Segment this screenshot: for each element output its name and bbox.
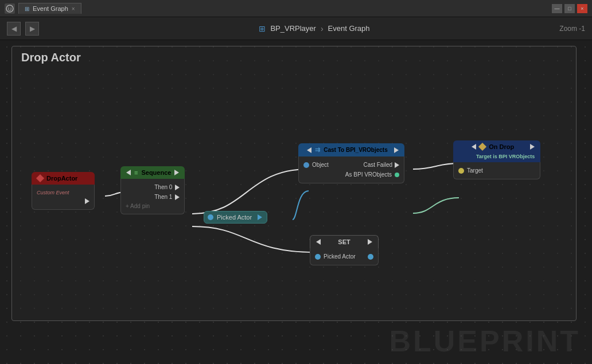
sequence-body: Then 0 Then 1 + Add pin [120,179,185,214]
then1-pin [175,194,180,200]
canvas-area[interactable]: Drop Actor DropActor Custom Event [0,40,592,364]
picked-actor-out-pin [258,214,262,220]
close-button[interactable]: × [577,4,587,13]
drop-actor-exec-out [32,197,94,206]
set-header: SET [310,235,379,248]
picked-actor-node[interactable]: Picked Actor [204,211,267,224]
title-bar-left: U ⊞ Event Graph × [5,3,81,14]
ondrop-target-pin: Target [454,166,540,175]
ondrop-icon [478,143,486,151]
cast-icon: ⇉ [315,146,320,154]
cast-exec-in [307,147,311,153]
tab-close-button[interactable]: × [72,6,75,12]
cast-object-pin: Object Cast Failed [299,160,404,170]
drop-actor-node[interactable]: DropActor Custom Event [32,172,95,210]
tab-area: ⊞ Event Graph × [18,3,81,14]
set-node[interactable]: SET Picked Actor [310,235,379,265]
svg-text:U: U [8,6,12,12]
drop-actor-icon [36,174,44,182]
sequence-then0: Then 0 [121,182,184,192]
on-drop-node[interactable]: On Drop Target is BPI VRObjects Target [453,140,540,179]
blueprint-icon: ⊞ [259,24,266,33]
ondrop-exec-in [472,144,476,150]
sequence-icon: ≡ [134,169,138,176]
back-button[interactable]: ◀ [7,22,21,36]
ondrop-title: On Drop [489,143,514,150]
cast-body: Object Cast Failed As BPI VRObjects [298,156,404,183]
breadcrumb-graph: Event Graph [328,24,370,33]
set-picked-actor-pin: Picked Actor [310,252,378,261]
cast-header: ⇉ Cast To BPI_VRObjects [298,143,404,156]
toolbar: ◀ ▶ ⊞ BP_VRPlayer › Event Graph Zoom -1 [0,17,592,40]
sequence-title: Sequence [141,169,171,176]
drop-actor-group: Drop Actor [11,46,577,321]
breadcrumb-blueprint: BP_VRPlayer [270,24,316,33]
target-dot [458,168,464,174]
cast-to-node[interactable]: ⇉ Cast To BPI_VRObjects Object Cast Fail… [298,143,404,183]
drop-actor-body: Custom Event [32,185,95,210]
ondrop-header: On Drop Target is BPI VRObjects [453,140,540,162]
set-picked-out-dot [368,254,373,260]
as-bpi-dot [395,173,399,177]
ondrop-subheader: Target is BPI VRObjects [459,154,535,159]
zoom-label: Zoom -1 [559,25,585,33]
seq-exec-out [174,170,179,175]
cast-failed-pin [395,162,399,168]
tab-label: Event Graph [33,5,68,12]
sequence-then1: Then 1 [121,192,184,202]
forward-button[interactable]: ▶ [25,22,39,36]
picked-actor-pin [208,214,213,220]
blueprint-watermark: BLUEPRINT [389,324,581,358]
cast-as-bpi-pin: As BPI VRObjects [299,170,404,179]
window-controls: — □ × [552,4,587,13]
cast-title: Cast To BPI_VRObjects [324,147,388,153]
tab-icon: ⊞ [25,6,29,12]
sequence-add-pin[interactable]: + Add pin [121,202,184,210]
set-body: Picked Actor [310,248,379,265]
then0-pin [175,185,180,190]
sequence-node[interactable]: ≡ Sequence Then 0 Then 1 + Add pin [120,166,185,214]
breadcrumb: ⊞ BP_VRPlayer › Event Graph [44,24,585,33]
ue-logo: U [5,3,15,14]
object-pin-dot [303,162,309,168]
set-exec-in [316,239,321,245]
title-bar: U ⊞ Event Graph × — □ × [0,0,592,17]
breadcrumb-separator: › [321,24,324,33]
set-exec-out [368,239,372,245]
group-label: Drop Actor [21,51,81,64]
drop-actor-subheader: Custom Event [32,188,94,197]
ondrop-exec-out [530,144,535,150]
seq-exec-in [126,170,131,175]
cast-exec-out [394,147,399,153]
sequence-header: ≡ Sequence [120,166,185,179]
minimize-button[interactable]: — [552,4,562,13]
drop-actor-title: DropActor [46,175,77,182]
picked-actor-label: Picked Actor [217,214,252,221]
exec-out-pin [85,198,89,204]
maximize-button[interactable]: □ [564,4,575,13]
set-picked-dot [315,254,321,260]
event-graph-tab[interactable]: ⊞ Event Graph × [18,3,81,14]
set-title: SET [324,238,364,245]
drop-actor-header: DropActor [32,172,95,185]
ondrop-body: Target [453,162,540,179]
